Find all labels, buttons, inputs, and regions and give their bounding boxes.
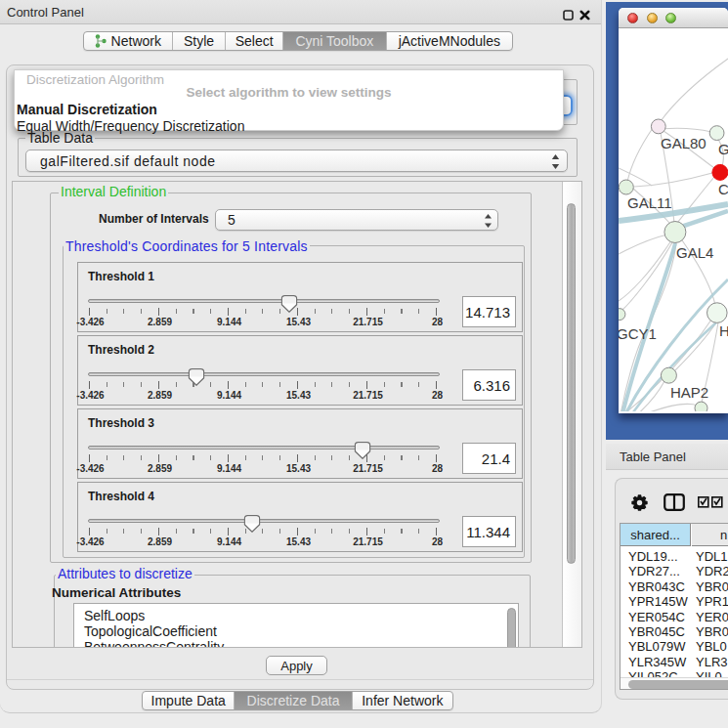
svg-text:GCY1: GCY1 bbox=[619, 325, 657, 342]
svg-text:GA: GA bbox=[718, 141, 728, 157]
svg-text:HAP2: HAP2 bbox=[670, 384, 708, 401]
svg-text:GAL80: GAL80 bbox=[661, 135, 707, 151]
svg-text:GAL11: GAL11 bbox=[627, 194, 672, 211]
svg-text:GAL4: GAL4 bbox=[676, 244, 713, 261]
svg-text:C: C bbox=[718, 181, 728, 197]
svg-text:H: H bbox=[719, 322, 728, 339]
